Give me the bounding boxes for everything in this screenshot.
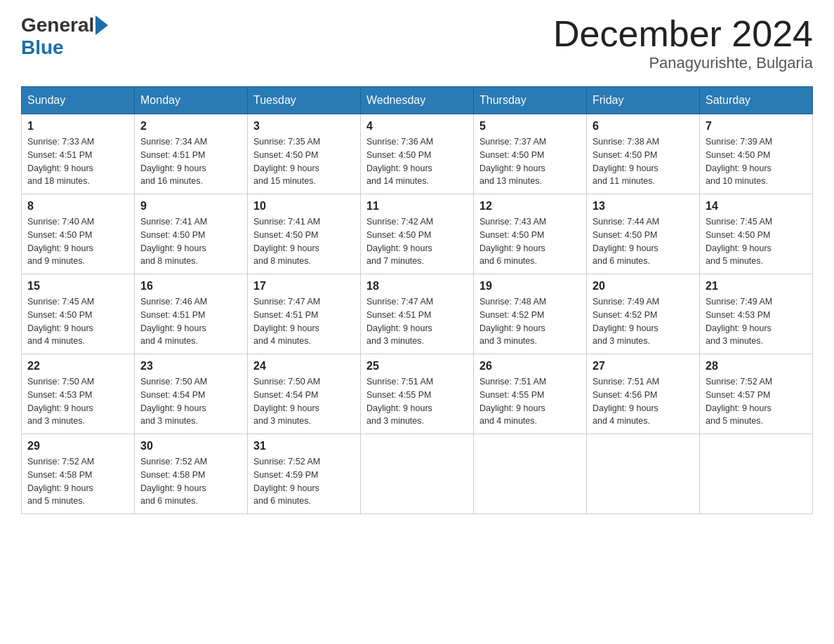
day-number: 1: [27, 120, 128, 133]
day-info: Sunrise: 7:34 AMSunset: 4:51 PMDaylight:…: [140, 135, 241, 188]
calendar-cell: 8Sunrise: 7:40 AMSunset: 4:50 PMDaylight…: [22, 194, 135, 274]
calendar-cell: 15Sunrise: 7:45 AMSunset: 4:50 PMDayligh…: [22, 274, 135, 354]
calendar-cell: 31Sunrise: 7:52 AMSunset: 4:59 PMDayligh…: [248, 434, 361, 514]
day-number: 24: [253, 360, 355, 373]
day-info: Sunrise: 7:48 AMSunset: 4:52 PMDaylight:…: [479, 295, 581, 348]
calendar-cell: 29Sunrise: 7:52 AMSunset: 4:58 PMDayligh…: [22, 434, 135, 514]
day-info: Sunrise: 7:49 AMSunset: 4:52 PMDaylight:…: [593, 295, 694, 348]
day-info: Sunrise: 7:41 AMSunset: 4:50 PMDaylight:…: [140, 215, 241, 268]
day-info: Sunrise: 7:51 AMSunset: 4:55 PMDaylight:…: [366, 375, 468, 428]
day-number: 5: [479, 120, 581, 133]
day-info: Sunrise: 7:47 AMSunset: 4:51 PMDaylight:…: [366, 295, 468, 348]
weekday-header-tuesday: Tuesday: [248, 87, 361, 114]
calendar-cell: 28Sunrise: 7:52 AMSunset: 4:57 PMDayligh…: [700, 354, 813, 434]
day-number: 21: [706, 280, 807, 293]
calendar-cell: 13Sunrise: 7:44 AMSunset: 4:50 PMDayligh…: [587, 194, 700, 274]
day-number: 6: [593, 120, 694, 133]
weekday-header-sunday: Sunday: [22, 87, 135, 114]
day-number: 14: [706, 200, 807, 213]
calendar-cell: 26Sunrise: 7:51 AMSunset: 4:55 PMDayligh…: [474, 354, 587, 434]
calendar-week-row-3: 15Sunrise: 7:45 AMSunset: 4:50 PMDayligh…: [22, 274, 813, 354]
day-info: Sunrise: 7:33 AMSunset: 4:51 PMDaylight:…: [27, 135, 128, 188]
calendar-cell: 5Sunrise: 7:37 AMSunset: 4:50 PMDaylight…: [474, 114, 587, 194]
day-number: 3: [253, 120, 355, 133]
day-number: 4: [366, 120, 468, 133]
day-number: 20: [593, 280, 694, 293]
logo-general-text: General: [21, 14, 94, 36]
calendar-cell: 23Sunrise: 7:50 AMSunset: 4:54 PMDayligh…: [135, 354, 248, 434]
day-number: 8: [27, 200, 128, 213]
calendar-cell: 27Sunrise: 7:51 AMSunset: 4:56 PMDayligh…: [587, 354, 700, 434]
calendar-week-row-2: 8Sunrise: 7:40 AMSunset: 4:50 PMDaylight…: [22, 194, 813, 274]
weekday-header-saturday: Saturday: [700, 87, 813, 114]
day-info: Sunrise: 7:52 AMSunset: 4:58 PMDaylight:…: [27, 455, 128, 508]
calendar-cell: 11Sunrise: 7:42 AMSunset: 4:50 PMDayligh…: [361, 194, 474, 274]
day-number: 22: [27, 360, 128, 373]
calendar-cell: 9Sunrise: 7:41 AMSunset: 4:50 PMDaylight…: [135, 194, 248, 274]
weekday-header-friday: Friday: [587, 87, 700, 114]
day-number: 15: [27, 280, 128, 293]
day-info: Sunrise: 7:50 AMSunset: 4:54 PMDaylight:…: [253, 375, 355, 428]
logo-arrow-icon: [95, 15, 108, 35]
calendar-cell: 24Sunrise: 7:50 AMSunset: 4:54 PMDayligh…: [248, 354, 361, 434]
calendar-cell: [361, 434, 474, 514]
day-number: 25: [366, 360, 468, 373]
day-number: 16: [140, 280, 241, 293]
day-number: 7: [706, 120, 807, 133]
day-info: Sunrise: 7:44 AMSunset: 4:50 PMDaylight:…: [593, 215, 694, 268]
day-number: 29: [27, 440, 128, 452]
day-info: Sunrise: 7:52 AMSunset: 4:57 PMDaylight:…: [706, 375, 807, 428]
day-info: Sunrise: 7:45 AMSunset: 4:50 PMDaylight:…: [27, 295, 128, 348]
calendar-cell: 18Sunrise: 7:47 AMSunset: 4:51 PMDayligh…: [361, 274, 474, 354]
day-info: Sunrise: 7:36 AMSunset: 4:50 PMDaylight:…: [366, 135, 468, 188]
calendar-cell: 17Sunrise: 7:47 AMSunset: 4:51 PMDayligh…: [248, 274, 361, 354]
day-number: 13: [593, 200, 694, 213]
location-subtitle: Panagyurishte, Bulgaria: [553, 54, 813, 72]
day-number: 30: [140, 440, 241, 452]
day-info: Sunrise: 7:42 AMSunset: 4:50 PMDaylight:…: [366, 215, 468, 268]
calendar-cell: 16Sunrise: 7:46 AMSunset: 4:51 PMDayligh…: [135, 274, 248, 354]
weekday-header-wednesday: Wednesday: [361, 87, 474, 114]
calendar-cell: 20Sunrise: 7:49 AMSunset: 4:52 PMDayligh…: [587, 274, 700, 354]
weekday-header-row: SundayMondayTuesdayWednesdayThursdayFrid…: [22, 87, 813, 114]
calendar-cell: 19Sunrise: 7:48 AMSunset: 4:52 PMDayligh…: [474, 274, 587, 354]
day-number: 27: [593, 360, 694, 373]
day-info: Sunrise: 7:51 AMSunset: 4:55 PMDaylight:…: [479, 375, 581, 428]
day-info: Sunrise: 7:47 AMSunset: 4:51 PMDaylight:…: [253, 295, 355, 348]
calendar-cell: [700, 434, 813, 514]
day-number: 9: [140, 200, 241, 213]
day-info: Sunrise: 7:46 AMSunset: 4:51 PMDaylight:…: [140, 295, 241, 348]
day-number: 31: [253, 440, 355, 452]
calendar-cell: 25Sunrise: 7:51 AMSunset: 4:55 PMDayligh…: [361, 354, 474, 434]
calendar-cell: 3Sunrise: 7:35 AMSunset: 4:50 PMDaylight…: [248, 114, 361, 194]
day-info: Sunrise: 7:37 AMSunset: 4:50 PMDaylight:…: [479, 135, 581, 188]
day-number: 18: [366, 280, 468, 293]
logo: General Blue: [21, 14, 110, 59]
day-info: Sunrise: 7:50 AMSunset: 4:53 PMDaylight:…: [27, 375, 128, 428]
calendar-cell: [474, 434, 587, 514]
calendar-cell: 14Sunrise: 7:45 AMSunset: 4:50 PMDayligh…: [700, 194, 813, 274]
day-info: Sunrise: 7:49 AMSunset: 4:53 PMDaylight:…: [706, 295, 807, 348]
calendar-cell: 1Sunrise: 7:33 AMSunset: 4:51 PMDaylight…: [22, 114, 135, 194]
day-number: 17: [253, 280, 355, 293]
calendar-cell: 2Sunrise: 7:34 AMSunset: 4:51 PMDaylight…: [135, 114, 248, 194]
calendar-cell: 7Sunrise: 7:39 AMSunset: 4:50 PMDaylight…: [700, 114, 813, 194]
day-number: 2: [140, 120, 241, 133]
calendar-table: SundayMondayTuesdayWednesdayThursdayFrid…: [21, 86, 813, 514]
day-number: 10: [253, 200, 355, 213]
calendar-cell: 6Sunrise: 7:38 AMSunset: 4:50 PMDaylight…: [587, 114, 700, 194]
calendar-cell: 30Sunrise: 7:52 AMSunset: 4:58 PMDayligh…: [135, 434, 248, 514]
day-number: 19: [479, 280, 581, 293]
day-info: Sunrise: 7:52 AMSunset: 4:58 PMDaylight:…: [140, 455, 241, 508]
weekday-header-thursday: Thursday: [474, 87, 587, 114]
day-info: Sunrise: 7:41 AMSunset: 4:50 PMDaylight:…: [253, 215, 355, 268]
calendar-cell: 12Sunrise: 7:43 AMSunset: 4:50 PMDayligh…: [474, 194, 587, 274]
month-title: December 2024: [553, 14, 813, 54]
day-info: Sunrise: 7:51 AMSunset: 4:56 PMDaylight:…: [593, 375, 694, 428]
day-number: 23: [140, 360, 241, 373]
day-info: Sunrise: 7:43 AMSunset: 4:50 PMDaylight:…: [479, 215, 581, 268]
day-number: 11: [366, 200, 468, 213]
day-number: 12: [479, 200, 581, 213]
day-info: Sunrise: 7:35 AMSunset: 4:50 PMDaylight:…: [253, 135, 355, 188]
calendar-week-row-4: 22Sunrise: 7:50 AMSunset: 4:53 PMDayligh…: [22, 354, 813, 434]
